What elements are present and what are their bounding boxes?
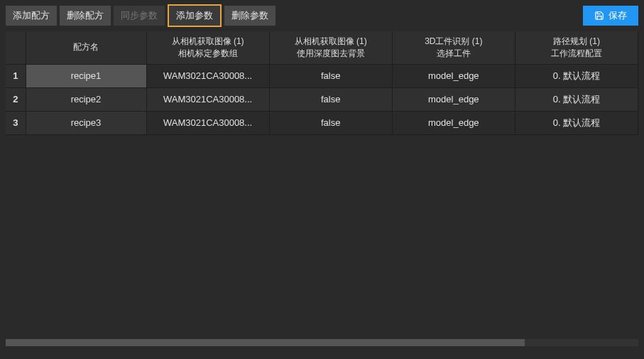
- cell-c1[interactable]: WAM3021CA30008...: [146, 64, 269, 87]
- sync-params-button: 同步参数: [114, 6, 165, 26]
- header-col2-line1: 从相机获取图像 (1): [273, 36, 389, 48]
- cell-c2[interactable]: false: [269, 111, 392, 134]
- cell-c1[interactable]: WAM3021CA30008...: [146, 111, 269, 134]
- save-button-label: 保存: [608, 9, 627, 22]
- cell-c2[interactable]: false: [269, 64, 392, 87]
- header-col4[interactable]: 路径规划 (1) 工作流程配置: [515, 31, 638, 64]
- recipe-name-cell[interactable]: recipe1: [26, 64, 146, 87]
- cell-c3[interactable]: model_edge: [392, 87, 515, 111]
- horizontal-scrollbar[interactable]: [6, 338, 638, 346]
- cell-c1[interactable]: WAM3021CA30008...: [146, 87, 269, 111]
- row-num: 3: [6, 111, 26, 134]
- header-col2-line2: 使用深度图去背景: [273, 48, 389, 60]
- header-col1[interactable]: 从相机获取图像 (1) 相机标定参数组: [146, 31, 269, 64]
- header-col3[interactable]: 3D工件识别 (1) 选择工件: [392, 31, 515, 64]
- recipe-table: 配方名 从相机获取图像 (1) 相机标定参数组 从相机获取图像 (1) 使用深度…: [6, 31, 638, 135]
- delete-recipe-button[interactable]: 删除配方: [60, 6, 111, 26]
- header-name[interactable]: 配方名: [26, 31, 146, 64]
- table-row[interactable]: 3 recipe3 WAM3021CA30008... false model_…: [6, 111, 638, 134]
- save-button[interactable]: 保存: [583, 6, 638, 26]
- cell-c3[interactable]: model_edge: [392, 111, 515, 134]
- header-col3-line1: 3D工件识别 (1): [395, 36, 512, 48]
- cell-c2[interactable]: false: [269, 87, 392, 111]
- header-col4-line2: 工作流程配置: [518, 48, 635, 60]
- cell-c4[interactable]: 0. 默认流程: [515, 87, 638, 111]
- add-recipe-button[interactable]: 添加配方: [6, 6, 57, 26]
- header-rownum: [6, 31, 26, 64]
- header-col3-line2: 选择工件: [395, 48, 512, 60]
- delete-param-button[interactable]: 删除参数: [224, 6, 275, 26]
- recipe-table-wrap: 配方名 从相机获取图像 (1) 相机标定参数组 从相机获取图像 (1) 使用深度…: [0, 31, 644, 135]
- row-num: 1: [6, 64, 26, 87]
- table-row[interactable]: 2 recipe2 WAM3021CA30008... false model_…: [6, 87, 638, 111]
- add-param-button[interactable]: 添加参数: [168, 4, 222, 27]
- header-col4-line1: 路径规划 (1): [518, 36, 635, 48]
- table-row[interactable]: 1 recipe1 WAM3021CA30008... false model_…: [6, 64, 638, 87]
- cell-c3[interactable]: model_edge: [392, 64, 515, 87]
- scrollbar-thumb[interactable]: [6, 339, 525, 346]
- recipe-name-cell[interactable]: recipe2: [26, 87, 146, 111]
- cell-c4[interactable]: 0. 默认流程: [515, 64, 638, 87]
- row-num: 2: [6, 87, 26, 111]
- recipe-name-cell[interactable]: recipe3: [26, 111, 146, 134]
- header-col1-line2: 相机标定参数组: [150, 48, 266, 60]
- save-icon: [594, 11, 604, 21]
- toolbar: 添加配方 删除配方 同步参数 添加参数 删除参数 保存: [0, 0, 644, 31]
- header-col2[interactable]: 从相机获取图像 (1) 使用深度图去背景: [269, 31, 392, 64]
- header-col1-line1: 从相机获取图像 (1): [150, 36, 266, 48]
- cell-c4[interactable]: 0. 默认流程: [515, 111, 638, 134]
